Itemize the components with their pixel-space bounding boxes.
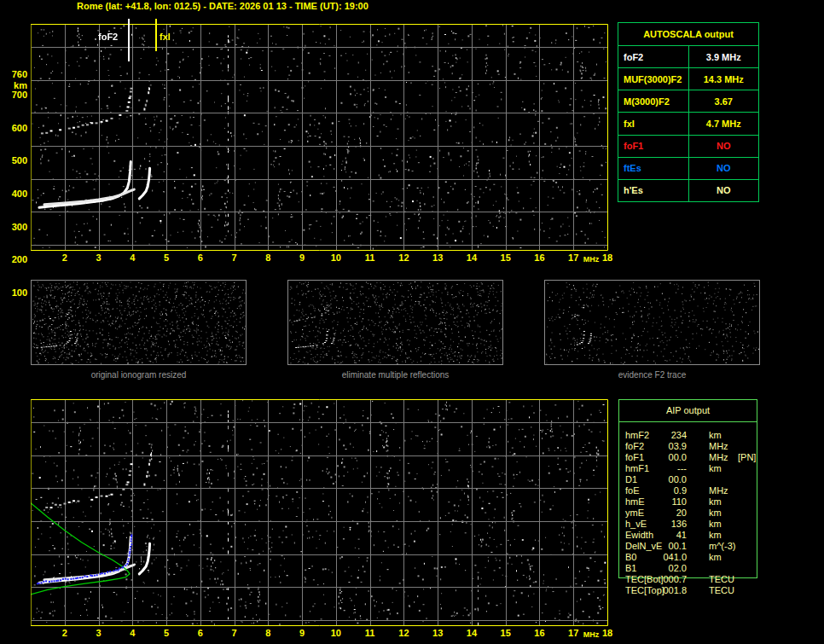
autoscala-row: h'EsNO bbox=[618, 179, 759, 201]
autoscala-row-label: fxI bbox=[618, 113, 689, 135]
aip-row-u: m^(-3) bbox=[709, 541, 735, 552]
aip-row-u: TECU bbox=[709, 574, 734, 585]
aip-row-l: hmF2 bbox=[625, 430, 649, 441]
x-tick-label: 3 bbox=[90, 627, 108, 639]
thumbnail-caption-2: eliminate multiple reflections bbox=[287, 370, 503, 380]
aip-row-v: 20 bbox=[649, 508, 687, 519]
autoscala-row-value: NO bbox=[688, 179, 759, 201]
fxI-marker-line bbox=[155, 19, 157, 51]
autoscala-row: fxI4.7 MHz bbox=[618, 113, 759, 135]
autoscala-row-label: foF2 bbox=[618, 46, 689, 68]
autoscala-row-value: 4.7 MHz bbox=[688, 113, 759, 135]
x-tick-label: 11 bbox=[361, 627, 380, 639]
y-tick-label: 300 bbox=[2, 221, 27, 233]
aip-row: hmF1---km bbox=[618, 463, 763, 474]
x-tick-label: 12 bbox=[394, 627, 413, 639]
autoscala-row-value: NO bbox=[688, 157, 759, 179]
aip-table-header: AIP output bbox=[618, 399, 757, 421]
x-tick-label: 11 bbox=[361, 252, 380, 264]
aip-row: B0041.0km bbox=[618, 552, 763, 563]
autoscala-row-label: MUF(3000)F2 bbox=[618, 68, 689, 90]
aip-row-u: km bbox=[709, 430, 722, 441]
aip-row-u: km bbox=[709, 552, 722, 563]
aip-row: TEC[Top]001.8TECU bbox=[618, 585, 763, 596]
x-tick-label: 16 bbox=[530, 252, 548, 264]
aip-row-v: 0.9 bbox=[649, 485, 687, 496]
autoscala-row-value: 3.67 bbox=[688, 90, 759, 113]
x-tick-label: 13 bbox=[428, 252, 447, 264]
aip-row-u: km bbox=[709, 463, 722, 474]
autoscala-output-table: AUTOSCALA output foF23.9 MHzMUF(3000)F21… bbox=[618, 22, 759, 202]
autoscala-row-label: ftEs bbox=[618, 157, 689, 179]
fxI-marker-label: fxI bbox=[160, 32, 171, 42]
aip-row-v: 041.0 bbox=[649, 552, 687, 563]
autoscala-row-value: 14.3 MHz bbox=[688, 68, 759, 90]
autoscala-row: ftEsNO bbox=[618, 157, 759, 179]
aip-row-u: km bbox=[709, 519, 722, 530]
aip-row: TEC[Bot]000.7TECU bbox=[618, 574, 763, 585]
x-tick-label: 5 bbox=[157, 627, 176, 639]
x-tick-label: 9 bbox=[293, 627, 311, 639]
y-tick-label: 100 bbox=[2, 287, 27, 299]
x-tick-label: 17 bbox=[564, 252, 583, 264]
autoscala-row: M(3000)F23.67 bbox=[618, 90, 759, 113]
aip-row-l: foF1 bbox=[625, 452, 644, 463]
aip-row: foF100.0MHz[PN] bbox=[618, 452, 763, 463]
aip-row: foF203.9MHz bbox=[618, 441, 763, 452]
aip-row-l: B0 bbox=[625, 552, 636, 563]
x-tick-label: 15 bbox=[496, 252, 515, 264]
aip-row: foE0.9MHz bbox=[618, 485, 763, 496]
foF2-marker-label: foF2 bbox=[98, 32, 118, 42]
aip-row: B102.0 bbox=[618, 563, 763, 574]
x-tick-label: 8 bbox=[258, 627, 277, 639]
aip-row-v: 001.8 bbox=[649, 585, 687, 596]
x-tick-label: 12 bbox=[394, 252, 413, 264]
x-tick-label: 14 bbox=[462, 252, 481, 264]
x-tick-label: 7 bbox=[225, 627, 244, 639]
x-tick-label: 6 bbox=[191, 627, 210, 639]
x-tick-label: 7 bbox=[225, 252, 244, 264]
ionogram-plot-top bbox=[31, 24, 608, 251]
x-tick-label: 2 bbox=[55, 252, 74, 264]
aip-row-v: 03.9 bbox=[649, 441, 687, 452]
x-tick-label: 16 bbox=[530, 627, 548, 639]
aip-row-l: ymE bbox=[625, 508, 644, 519]
x-tick-label: 8 bbox=[258, 252, 277, 264]
aip-row: D100.0 bbox=[618, 474, 763, 485]
autoscala-table-header: AUTOSCALA output bbox=[618, 23, 759, 46]
x-tick-label: 6 bbox=[191, 252, 210, 264]
aip-row-l: h_vE bbox=[625, 519, 647, 530]
autoscala-row-label: foF1 bbox=[618, 135, 689, 157]
autoscala-output-screen: Rome (lat: +41.8, lon: 012.5) - DATE: 20… bbox=[0, 0, 824, 644]
x-tick-label: 4 bbox=[123, 252, 142, 264]
thumbnail-original-ionogram bbox=[31, 280, 247, 365]
x-tick-label: 3 bbox=[90, 252, 108, 264]
y-tick-label: 400 bbox=[2, 188, 27, 200]
x-axis-unit-label: MHz bbox=[581, 255, 601, 264]
autoscala-row: foF23.9 MHz bbox=[618, 46, 759, 68]
foF2-marker-line bbox=[128, 19, 130, 61]
aip-row-u: km bbox=[709, 508, 722, 519]
aip-row-v: --- bbox=[649, 463, 687, 474]
thumbnail-caption-3: evidence F2 trace bbox=[544, 370, 760, 380]
autoscala-row: foF1NO bbox=[618, 135, 759, 157]
aip-row: ymE20km bbox=[618, 508, 763, 519]
x-tick-label: 10 bbox=[327, 627, 345, 639]
aip-row-l: hmE bbox=[625, 496, 645, 508]
aip-row-l: B1 bbox=[625, 563, 636, 574]
aip-row-v: 234 bbox=[649, 430, 687, 441]
aip-row-u: MHz bbox=[709, 485, 728, 496]
thumbnail-eliminate-reflections bbox=[287, 280, 503, 365]
autoscala-row-label: h'Es bbox=[618, 179, 689, 201]
aip-row: hmF2234km bbox=[618, 430, 763, 441]
y-tick-label: 700 bbox=[2, 89, 27, 101]
x-tick-label: 13 bbox=[428, 627, 447, 639]
y-tick-label: 760 bbox=[2, 68, 27, 80]
thumbnail-caption-1: original ionogram resized bbox=[31, 370, 247, 380]
aip-row-l: hmF1 bbox=[625, 463, 649, 474]
aip-row-l: D1 bbox=[625, 474, 637, 485]
aip-row: DelN_vE00.1m^(-3) bbox=[618, 541, 763, 552]
aip-row-u: TECU bbox=[709, 585, 734, 596]
aip-row-l: foE bbox=[625, 485, 640, 496]
aip-row-u: MHz bbox=[709, 441, 728, 452]
